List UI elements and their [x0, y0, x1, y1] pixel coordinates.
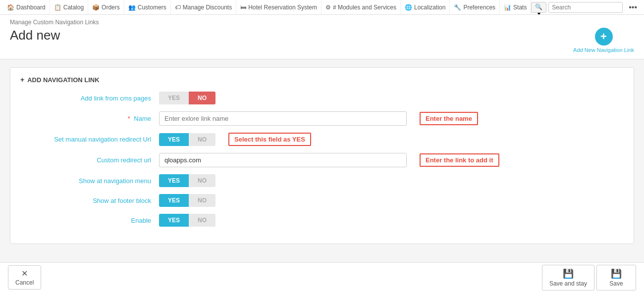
nav-label-hotel: Hotel Reservation System	[248, 4, 317, 11]
dashboard-icon: 🏠	[7, 4, 14, 11]
save-button[interactable]: 💾 Save	[596, 265, 636, 287]
card-title: + ADD NAVIGATION LINK	[20, 76, 624, 84]
cancel-icon: ✕	[21, 269, 28, 278]
add-new-button-label: Add New Navigation Link	[573, 47, 634, 53]
footer-block-toggle-wrap: YES NO	[159, 194, 624, 207]
nav-item-catalog[interactable]: 📋 Catalog	[50, 0, 88, 14]
cms-pages-no-btn[interactable]: NO	[189, 92, 215, 104]
nav-label-dashboard: Dashboard	[16, 4, 46, 11]
nav-search-area: 🔍 ▾ •••	[531, 2, 641, 13]
page-header: Manage Custom Navigation Links Add new +…	[0, 15, 644, 59]
manual-redirect-annotation: Select this field as YES	[228, 133, 311, 146]
nav-menu-toggle-wrap: YES NO	[159, 174, 624, 187]
cancel-label: Cancel	[15, 279, 34, 286]
manual-redirect-label: Set manual navigation redirect Url	[20, 136, 159, 143]
nav-label-customers: Customers	[138, 4, 166, 11]
enable-toggle-wrap: YES NO	[159, 214, 624, 227]
required-star: *	[128, 115, 130, 122]
search-input[interactable]	[548, 2, 623, 13]
search-dropdown-btn[interactable]: 🔍 ▾	[531, 2, 546, 13]
preferences-icon: 🔧	[454, 4, 461, 11]
nav-label-orders: Orders	[102, 4, 120, 11]
enable-label: Enable	[20, 217, 159, 224]
nav-label-localization: Localization	[414, 4, 445, 11]
enable-row: Enable YES NO	[20, 214, 624, 227]
name-annotation: Enter the name	[420, 112, 478, 125]
name-label-text: Name	[134, 115, 151, 122]
footer-block-row: Show at footer block YES NO	[20, 194, 624, 207]
nav-menu-label: Show at navigation menu	[20, 177, 159, 185]
cancel-button[interactable]: ✕ Cancel	[8, 265, 41, 287]
cms-pages-toggle-wrap: YES NO	[159, 92, 624, 104]
footer-block-yes-btn[interactable]: YES	[159, 194, 189, 207]
stats-icon: 📊	[504, 4, 511, 11]
custom-redirect-field-wrap: Enter the link to add it	[159, 153, 624, 167]
add-navigation-link-card: + ADD NAVIGATION LINK Add link from cms …	[10, 67, 634, 244]
name-row: * Name Enter the name	[20, 111, 624, 126]
name-input[interactable]	[159, 111, 407, 126]
cms-pages-label: Add link from cms pages	[20, 95, 159, 102]
localization-icon: 🌐	[405, 4, 412, 11]
footer-block-label: Show at footer block	[20, 197, 159, 204]
custom-redirect-label: Custom redirect url	[20, 156, 159, 164]
nav-label-modules: # Modules and Services	[333, 4, 396, 11]
discounts-icon: 🏷	[175, 4, 181, 11]
save-and-stay-button[interactable]: 💾 Save and stay	[542, 265, 594, 287]
enable-yes-btn[interactable]: YES	[159, 214, 189, 227]
page-title: Add new	[10, 28, 60, 43]
custom-redirect-input[interactable]	[159, 153, 407, 167]
customers-icon: 👥	[128, 4, 136, 11]
nav-item-stats[interactable]: 📊 Stats	[500, 0, 531, 14]
modules-icon: ⚙	[325, 4, 331, 11]
nav-label-preferences: Preferences	[463, 4, 495, 11]
custom-redirect-annotation: Enter the link to add it	[420, 153, 499, 167]
top-navigation: 🏠 Dashboard 📋 Catalog 📦 Orders 👥 Custome…	[0, 0, 644, 15]
add-new-circle-icon: +	[595, 28, 613, 46]
save-label: Save	[609, 280, 623, 287]
nav-item-localization[interactable]: 🌐 Localization	[401, 0, 450, 14]
nav-menu-yes-btn[interactable]: YES	[159, 174, 189, 187]
more-options-icon[interactable]: •••	[625, 3, 641, 12]
nav-label-catalog: Catalog	[63, 4, 84, 11]
cms-pages-row: Add link from cms pages YES NO	[20, 92, 624, 104]
custom-redirect-row: Custom redirect url Enter the link to ad…	[20, 153, 624, 167]
save-and-stay-label: Save and stay	[549, 280, 587, 287]
cms-pages-toggle: YES NO	[159, 92, 215, 104]
page-title-row: Add new + Add New Navigation Link	[10, 28, 634, 53]
enable-no-btn[interactable]: NO	[189, 214, 215, 227]
footer-right: 💾 Save and stay 💾 Save	[542, 265, 636, 287]
manual-redirect-no-btn[interactable]: NO	[189, 133, 215, 146]
manual-redirect-yes-btn[interactable]: YES	[159, 133, 189, 146]
nav-item-dashboard[interactable]: 🏠 Dashboard	[3, 0, 50, 14]
enable-toggle: YES NO	[159, 214, 215, 227]
breadcrumb: Manage Custom Navigation Links	[10, 19, 634, 26]
nav-menu-no-btn[interactable]: NO	[189, 174, 215, 187]
save-and-stay-icon: 💾	[563, 268, 574, 279]
nav-label-stats: Stats	[513, 4, 527, 11]
save-icon: 💾	[611, 268, 622, 279]
cms-pages-yes-btn[interactable]: YES	[159, 92, 189, 104]
footer-bar: ✕ Cancel 💾 Save and stay 💾 Save	[0, 262, 644, 287]
footer-block-toggle: YES NO	[159, 194, 215, 207]
name-label: * Name	[20, 115, 159, 122]
nav-label-discounts: Manage Discounts	[183, 4, 232, 11]
catalog-icon: 📋	[54, 4, 61, 11]
add-new-navigation-button[interactable]: + Add New Navigation Link	[573, 28, 634, 53]
nav-item-manage-discounts[interactable]: 🏷 Manage Discounts	[171, 0, 236, 14]
nav-item-hotel-reservation[interactable]: 🛏 Hotel Reservation System	[236, 0, 322, 14]
manual-redirect-toggle: YES NO	[159, 133, 215, 146]
nav-menu-toggle: YES NO	[159, 174, 215, 187]
hotel-icon: 🛏	[240, 4, 246, 11]
footer-block-no-btn[interactable]: NO	[189, 194, 215, 207]
manual-redirect-toggle-wrap: YES NO Select this field as YES	[159, 133, 624, 146]
orders-icon: 📦	[92, 4, 100, 11]
plus-icon: +	[20, 76, 24, 84]
nav-item-modules[interactable]: ⚙ # Modules and Services	[322, 0, 401, 14]
main-content: + ADD NAVIGATION LINK Add link from cms …	[0, 59, 644, 252]
footer-left: ✕ Cancel	[8, 265, 41, 287]
nav-item-preferences[interactable]: 🔧 Preferences	[450, 0, 500, 14]
nav-item-customers[interactable]: 👥 Customers	[124, 0, 171, 14]
nav-menu-row: Show at navigation menu YES NO	[20, 174, 624, 187]
nav-item-orders[interactable]: 📦 Orders	[88, 0, 124, 14]
card-title-text: ADD NAVIGATION LINK	[27, 76, 99, 84]
